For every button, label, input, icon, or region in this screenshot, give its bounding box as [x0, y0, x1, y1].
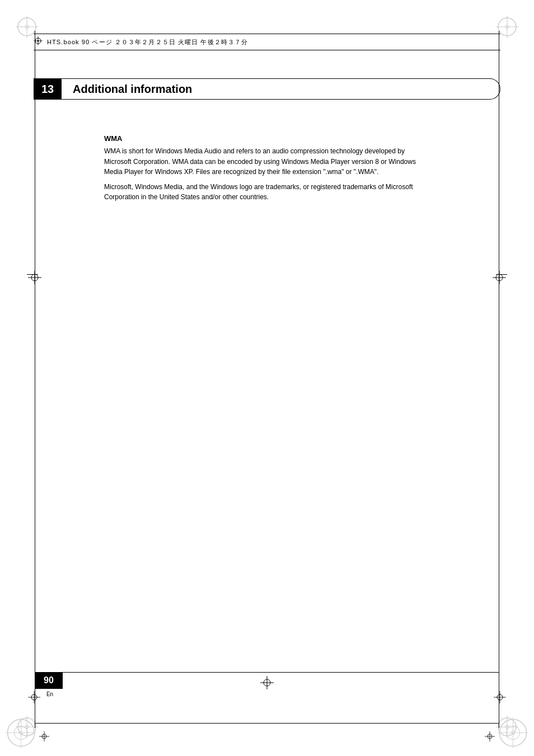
chapter-title-box: Additional information: [62, 78, 500, 100]
left-side-line: [35, 31, 35, 728]
wma-paragraph1: WMA is short for Windows Media Audio and…: [104, 146, 430, 177]
bottom-right-crosshair: [494, 691, 506, 706]
header-crosshair-icon: [34, 36, 43, 48]
chapter-title: Additional information: [73, 83, 192, 96]
wma-heading: WMA: [104, 134, 430, 143]
footer-inner-right-crosshair: [485, 731, 495, 744]
chapter-header: 13 Additional information: [34, 78, 500, 100]
right-mid-crosshair: [493, 271, 506, 287]
header-japanese-text: HTS.book 90 ページ ２０３年２月２５日 火曜日 午後２時３７分: [47, 38, 248, 46]
wma-text: WMA is short for Windows Media Audio and…: [104, 146, 430, 203]
left-mid-crosshair: [28, 271, 41, 287]
right-side-line: [499, 31, 499, 728]
bottom-border-line: [35, 723, 499, 724]
wma-paragraph2: Microsoft, Windows Media, and the Window…: [104, 182, 430, 203]
page-language: En: [46, 691, 53, 697]
page: HTS.book 90 ページ ２０３年２月２５日 火曜日 午後２時３７分 13…: [0, 0, 534, 756]
footer-inner-left-crosshair: [39, 731, 49, 744]
header-bar: HTS.book 90 ページ ２０３年２月２５日 火曜日 午後２時３７分: [34, 34, 500, 50]
page-number: 90: [35, 672, 63, 689]
bottom-right-reg-large: [498, 717, 528, 750]
content-area: WMA WMA is short for Windows Media Audio…: [104, 134, 430, 207]
bottom-left-crosshair: [28, 691, 40, 706]
bottom-bar: 90 En: [35, 672, 499, 697]
bottom-left-reg-large: [6, 717, 36, 750]
chapter-number: 13: [34, 78, 62, 100]
